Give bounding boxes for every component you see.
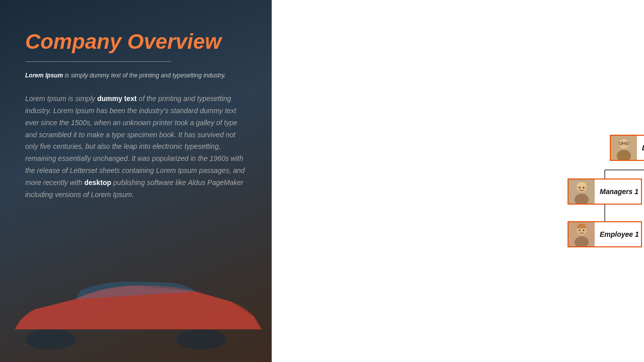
body-text: Lorem Ipsum is simply dummy text of the … [25,93,247,201]
svg-point-1 [176,329,226,349]
body-bold1: dummy text [97,95,137,103]
avatar-dir1 [611,135,637,161]
org-chart: CEO Directors 1 [272,0,644,362]
svg-point-40 [579,187,581,189]
svg-point-0 [25,329,75,349]
left-panel: Company Overview Lorem Ipsum is simply d… [0,0,272,362]
dir1-label: Directors 1 [637,144,644,152]
title-divider [25,61,171,62]
car-background [0,221,272,362]
mgr1-label: Managers 1 [595,188,642,196]
body-bold2: desktop [84,178,111,187]
node-emp1: Employee 1 [568,221,642,247]
svg-point-31 [626,143,627,144]
svg-point-25 [619,139,629,149]
subtitle-text: Lorem Ipsum is simply dummy text of the … [25,72,247,79]
subtitle-rest: is simply dummy text of the printing and… [63,72,225,79]
svg-point-30 [621,143,622,144]
body-intro: Lorem Ipsum is simply [25,95,97,103]
emp1-label: Employee 1 [595,230,642,238]
avatar-emp1 [569,221,595,247]
subtitle-bold: Lorem Ipsum [25,72,63,79]
node-dir1: Directors 1 [610,135,644,161]
right-panel: CEO Directors 1 [272,0,644,362]
node-mgr1: Managers 1 [568,178,642,205]
svg-point-61 [583,230,585,231]
avatar-mgr1 [569,178,595,205]
body-mid1: of the printing and typesetting industry… [25,95,245,187]
svg-point-60 [579,230,581,231]
page-title: Company Overview [25,30,247,53]
svg-point-41 [583,187,585,189]
